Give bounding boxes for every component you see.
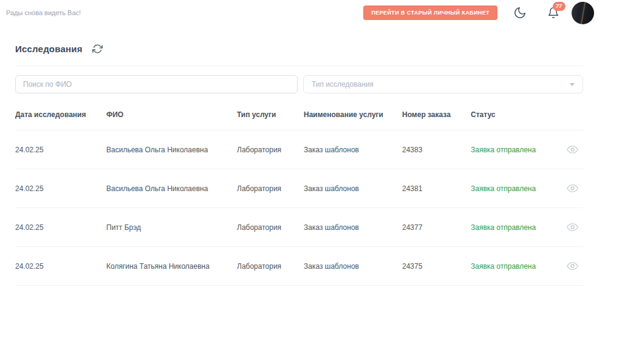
title-divider: [15, 66, 583, 66]
column-header-fio: ФИО: [106, 101, 237, 130]
refresh-icon: [92, 44, 103, 54]
title-row: Исследования: [15, 44, 583, 54]
table-row: 24.02.25 Питт Брэд Лаборатория Заказ шаб…: [15, 208, 583, 247]
cell-order-number: 24383: [402, 130, 471, 169]
cell-fio: Питт Брэд: [106, 208, 237, 247]
cell-order-number: 24381: [402, 169, 471, 208]
notification-badge: 77: [553, 2, 566, 11]
cell-actions: [562, 169, 583, 208]
eye-icon: [567, 260, 578, 272]
notifications-button[interactable]: 77: [547, 7, 559, 19]
research-type-select-value: Тип исследования: [312, 80, 374, 89]
eye-icon: [567, 183, 578, 194]
view-details-button[interactable]: [567, 183, 578, 194]
cell-fio: Васильева Ольга Николаевна: [106, 169, 237, 208]
column-header-order-number: Номер заказа: [402, 101, 471, 130]
research-table: Дата исследования ФИО Тип услуги Наимено…: [15, 101, 583, 286]
cell-actions: [562, 130, 583, 169]
column-header-service-name: Наименование услуги: [304, 101, 402, 130]
view-details-button[interactable]: [567, 221, 578, 233]
cell-status: Заявка отправлена: [471, 130, 562, 169]
column-header-service-type: Тип услуги: [237, 101, 304, 130]
cell-fio: Васильева Ольга Николаевна: [106, 130, 237, 169]
cell-service-type: Лаборатория: [237, 208, 304, 247]
eye-icon: [567, 221, 578, 233]
column-header-status: Статус: [471, 101, 562, 130]
eye-icon: [567, 144, 578, 155]
topbar: Рады снова видеть Вас! ПЕРЕЙТИ В СТАРЫЙ …: [0, 0, 622, 24]
cell-service-type: Лаборатория: [237, 169, 304, 208]
cell-service-name: Заказ шаблонов: [304, 169, 402, 208]
table-row: 24.02.25 Васильева Ольга Николаевна Лабо…: [15, 169, 583, 208]
column-header-date: Дата исследования: [15, 101, 106, 130]
moon-icon: [513, 6, 527, 19]
refresh-button[interactable]: [92, 44, 103, 54]
cell-fio: Колягина Татьяна Николаевна: [106, 247, 237, 286]
chevron-down-icon: [570, 83, 575, 86]
search-input[interactable]: [15, 75, 298, 93]
table-row: 24.02.25 Колягина Татьяна Николаевна Лаб…: [15, 247, 583, 286]
greeting-text: Рады снова видеть Вас!: [6, 9, 81, 16]
cell-actions: [562, 247, 583, 286]
topbar-actions: ПЕРЕЙТИ В СТАРЫЙ ЛИЧНЫЙ КАБИНЕТ 77: [363, 2, 594, 24]
table-row: 24.02.25 Васильева Ольга Николаевна Лабо…: [15, 130, 583, 169]
cell-service-type: Лаборатория: [237, 247, 304, 286]
cell-status: Заявка отправлена: [471, 208, 562, 247]
user-avatar[interactable]: [572, 2, 594, 24]
page-title: Исследования: [15, 44, 83, 54]
table-header: Дата исследования ФИО Тип услуги Наимено…: [15, 101, 583, 130]
cell-service-name: Заказ шаблонов: [304, 208, 402, 247]
cell-service-name: Заказ шаблонов: [304, 247, 402, 286]
table-body: 24.02.25 Васильева Ольга Николаевна Лабо…: [15, 130, 583, 286]
column-header-actions: [562, 101, 583, 130]
filters-row: Тип исследования: [15, 75, 583, 93]
view-details-button[interactable]: [567, 260, 578, 272]
legacy-cabinet-button[interactable]: ПЕРЕЙТИ В СТАРЫЙ ЛИЧНЫЙ КАБИНЕТ: [363, 5, 497, 20]
research-type-select[interactable]: Тип исследования: [303, 75, 583, 93]
theme-toggle-button[interactable]: [513, 6, 527, 19]
cell-service-type: Лаборатория: [237, 130, 304, 169]
cell-date: 24.02.25: [15, 169, 106, 208]
view-details-button[interactable]: [567, 144, 578, 155]
cell-date: 24.02.25: [15, 130, 106, 169]
cell-date: 24.02.25: [15, 208, 106, 247]
cell-order-number: 24375: [402, 247, 471, 286]
cell-status: Заявка отправлена: [471, 247, 562, 286]
cell-date: 24.02.25: [15, 247, 106, 286]
cell-actions: [562, 208, 583, 247]
cell-order-number: 24377: [402, 208, 471, 247]
cell-service-name: Заказ шаблонов: [304, 130, 402, 169]
cell-status: Заявка отправлена: [471, 169, 562, 208]
main-content: Исследования Тип исследования: [0, 44, 622, 286]
